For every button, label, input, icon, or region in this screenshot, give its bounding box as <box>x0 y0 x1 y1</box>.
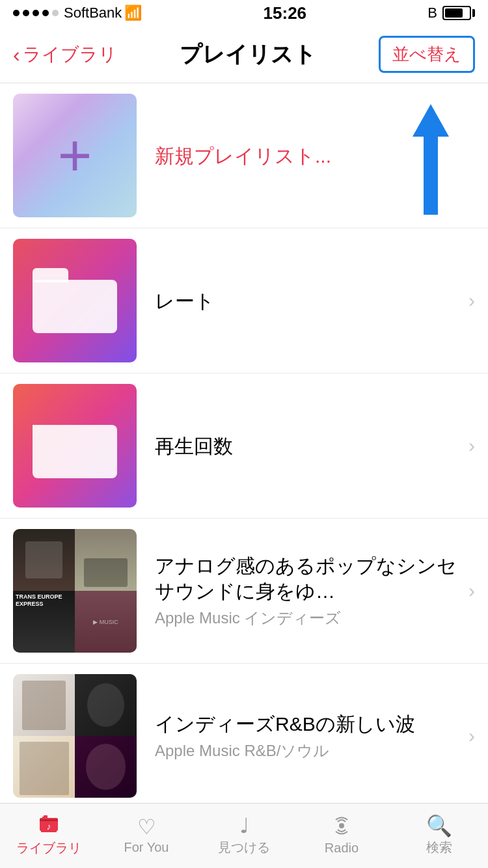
svg-text:♪: ♪ <box>47 821 51 832</box>
wifi-icon: 📶 <box>124 5 142 21</box>
chevron-right-icon: › <box>468 580 475 602</box>
collage-cell-4 <box>75 736 137 798</box>
collage-cell-4: ▶ MUSIC <box>75 591 137 653</box>
chevron-right-icon: › <box>468 725 475 747</box>
status-left: SoftBank 📶 <box>13 5 142 21</box>
folder-body <box>33 425 117 478</box>
signal-dot <box>52 10 59 16</box>
bluetooth-icon: B <box>427 5 437 21</box>
item-info: 再生回数 <box>155 433 462 459</box>
status-bar: SoftBank 📶 15:26 B <box>0 0 488 26</box>
plus-icon: + <box>58 126 92 185</box>
arrow-head <box>413 104 449 137</box>
collage-cell-1 <box>13 674 75 736</box>
new-playlist-thumb: + <box>13 94 137 217</box>
item-subtitle: Apple Music R&B/ソウル <box>155 740 462 761</box>
tab-search-label: 検索 <box>426 839 452 856</box>
chevron-right-icon: › <box>468 290 475 312</box>
item-title: 再生回数 <box>155 433 462 459</box>
annotation-arrow <box>413 104 449 215</box>
chevron-right-icon: › <box>468 435 475 457</box>
list-item[interactable]: レート › <box>0 228 488 373</box>
folder-icon <box>33 413 117 478</box>
library-icon: ♪ <box>38 815 59 837</box>
item-title: アナログ感のあるポップなシンセサウンドに身をゆ… <box>155 553 462 604</box>
music-note-icon: ♩ <box>239 815 249 836</box>
tab-discover-label: 見つける <box>218 839 270 856</box>
list-item[interactable]: TRANS EUROPE EXPRESS ▶ MUSIC アナログ感のあるポップ… <box>0 519 488 664</box>
collage-cell-2 <box>75 674 137 736</box>
collage-cell-3: TRANS EUROPE EXPRESS <box>13 591 75 653</box>
tab-library-label: ライブラリ <box>16 839 81 857</box>
tab-discover[interactable]: ♩ 見つける <box>205 815 283 856</box>
item-title: インディーズR&Bの新しい波 <box>155 711 462 737</box>
item-info: レート <box>155 288 462 314</box>
rate-playlist-thumb <box>13 239 137 362</box>
item-subtitle: Apple Music インディーズ <box>155 608 462 629</box>
folder-icon <box>33 268 117 333</box>
folder-body <box>33 280 117 333</box>
tab-radio[interactable]: Radio <box>303 817 381 856</box>
list-item[interactable]: インディーズR&Bの新しい波 Apple Music R&B/ソウル › <box>0 664 488 809</box>
sort-button[interactable]: 並べ替え <box>379 36 475 73</box>
tab-foryou[interactable]: ♡ For You <box>107 817 185 855</box>
arrow-shaft <box>424 137 438 215</box>
carrier-label: SoftBank <box>64 5 122 21</box>
svg-rect-2 <box>42 817 45 819</box>
back-label: ライブラリ <box>23 42 117 67</box>
signal-dot <box>42 10 49 16</box>
heart-icon: ♡ <box>137 817 156 837</box>
signal-dot <box>33 10 39 16</box>
nav-bar: ‹ ライブラリ プレイリスト 並べ替え <box>0 26 488 83</box>
page-title: プレイリスト <box>180 40 316 70</box>
tab-search[interactable]: 🔍 検索 <box>400 815 478 856</box>
tab-library[interactable]: ♪ ライブラリ <box>10 815 88 857</box>
indie-rb-playlist-thumb <box>13 674 137 798</box>
collage-cell-3 <box>13 736 75 798</box>
list-item[interactable]: 再生回数 › <box>0 373 488 519</box>
item-title: レート <box>155 288 462 314</box>
collage-cell-1 <box>13 529 75 591</box>
back-button[interactable]: ‹ ライブラリ <box>13 42 117 67</box>
tab-bar: ♪ ライブラリ ♡ For You ♩ 見つける Radio 🔍 検索 <box>0 803 488 868</box>
signal-dots <box>13 10 59 16</box>
status-time: 15:26 <box>264 3 307 23</box>
tab-foryou-label: For You <box>124 840 169 855</box>
search-icon: 🔍 <box>426 815 452 836</box>
back-chevron-icon: ‹ <box>13 44 20 65</box>
tab-radio-label: Radio <box>325 841 359 856</box>
battery-indicator <box>442 6 475 20</box>
radio-icon <box>331 817 352 838</box>
analog-playlist-thumb: TRANS EUROPE EXPRESS ▶ MUSIC <box>13 529 137 653</box>
playcount-playlist-thumb <box>13 384 137 508</box>
signal-dot <box>23 10 29 16</box>
item-info: アナログ感のあるポップなシンセサウンドに身をゆ… Apple Music インデ… <box>155 553 462 629</box>
svg-point-5 <box>339 823 344 828</box>
collage-cell-2 <box>75 529 137 591</box>
status-right: B <box>427 5 475 21</box>
item-info: インディーズR&Bの新しい波 Apple Music R&B/ソウル <box>155 711 462 761</box>
signal-dot <box>13 10 20 16</box>
